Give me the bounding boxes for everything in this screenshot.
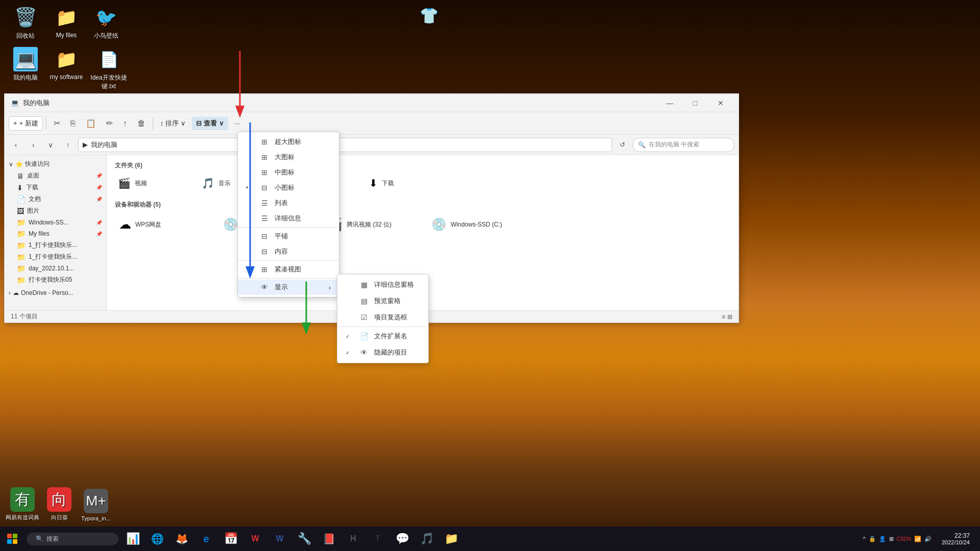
share-icon: ↑ bbox=[123, 119, 127, 128]
taskbar-app-code[interactable]: H bbox=[342, 528, 364, 550]
sidebar-item-windows-ss[interactable]: 📁 Windows-SS... 📌 bbox=[5, 217, 106, 228]
file-item-video[interactable]: 🎬 视频 bbox=[113, 174, 194, 192]
view-option-extra-large[interactable]: ⊞ 超大图标 bbox=[238, 134, 339, 149]
grid-view-icon[interactable]: ⊞ bbox=[727, 313, 732, 320]
desktop-xiangri-icon[interactable]: 向 向日葵 bbox=[44, 487, 75, 521]
forward-button[interactable]: › bbox=[26, 138, 40, 152]
desktop-icon-wallpaper[interactable]: 🐦 小鸟壁纸 bbox=[86, 5, 127, 40]
taskbar-app-chrome[interactable]: 🌐 bbox=[146, 528, 168, 550]
music-folder-label: 音乐 bbox=[218, 179, 231, 188]
taskbar-app-edge[interactable]: e bbox=[195, 528, 217, 550]
submenu-hidden-items[interactable]: ✓ 👁 隐藏的项目 bbox=[337, 344, 428, 361]
taskbar-app-files[interactable]: 📁 bbox=[440, 528, 462, 550]
view-option-large[interactable]: ⊞ 大图标 bbox=[238, 149, 339, 165]
onedrive-header[interactable]: › ☁ OneDrive - Perso... bbox=[5, 288, 106, 298]
file-item-downloads[interactable]: ⬇ 下载 bbox=[364, 174, 446, 192]
view-option-show[interactable]: 👁 显示 › bbox=[238, 280, 339, 295]
desktop-typora-icon[interactable]: M+ Typora_in... bbox=[79, 489, 113, 521]
submenu-file-extensions[interactable]: ✓ 📄 文件扩展名 bbox=[337, 328, 428, 344]
folders-grid: 🎬 视频 🎵 音乐 📄 文档 ⬇ 下载 bbox=[111, 172, 734, 194]
view-option-tiles[interactable]: ⊟ 平铺 bbox=[238, 229, 339, 244]
preview-pane-icon: ▤ bbox=[359, 297, 369, 305]
taskbar-volume-icon[interactable]: 🔊 bbox=[924, 536, 932, 542]
taskbar-app-chart[interactable]: 📊 bbox=[121, 528, 144, 550]
view-option-details[interactable]: ☰ 详细信息 bbox=[238, 211, 339, 226]
submenu-preview-pane[interactable]: ▤ 预览窗格 bbox=[337, 293, 428, 309]
new-button[interactable]: + + 新建 bbox=[9, 116, 43, 131]
sort-button[interactable]: ↕ 排序 ∨ bbox=[156, 117, 190, 130]
view-option-medium[interactable]: ⊞ 中图标 bbox=[238, 165, 339, 180]
copy-button[interactable]: ⎘ bbox=[66, 117, 80, 130]
view-button[interactable]: ⊟ 查看 ∨ bbox=[192, 117, 228, 130]
show-label: 显示 bbox=[275, 283, 288, 292]
view-dropdown-sep1 bbox=[238, 227, 339, 228]
hidden-items-check: ✓ bbox=[346, 350, 354, 356]
desktop-icon-idea-txt[interactable]: 📄 Idea开发快捷键.txt bbox=[86, 47, 132, 91]
taskbar-app-wechat[interactable]: 💬 bbox=[391, 528, 413, 550]
refresh-button[interactable]: ↺ bbox=[615, 138, 629, 152]
more-button[interactable]: ··· bbox=[230, 117, 244, 129]
sidebar-item-folder4[interactable]: 📁 打卡使我快乐05 bbox=[5, 274, 106, 286]
desktop-icon-my-files[interactable]: 📁 My files bbox=[46, 5, 87, 39]
taskbar-app-word[interactable]: W bbox=[268, 528, 291, 550]
desktop-icon-recycle-bin[interactable]: 🗑️ 回收站 bbox=[5, 5, 46, 40]
sidebar-item-folder3[interactable]: 📁 day_2022.10.1... bbox=[5, 263, 106, 274]
view-option-list[interactable]: ☰ 列表 bbox=[238, 195, 339, 211]
maximize-button[interactable]: □ bbox=[683, 95, 707, 111]
up-button[interactable]: ↑ bbox=[61, 138, 75, 152]
search-icon: 🔍 bbox=[638, 141, 646, 148]
details-icon: ☰ bbox=[259, 214, 270, 222]
taskbar-app-music[interactable]: 🎵 bbox=[415, 528, 438, 550]
taskbar-app-calendar[interactable]: 📅 bbox=[219, 528, 242, 550]
minimize-button[interactable]: — bbox=[658, 95, 681, 111]
taskbar-app-typora[interactable]: T bbox=[366, 528, 389, 550]
submenu-item-checkbox[interactable]: ☑ 项目复选框 bbox=[337, 309, 428, 325]
rename-button[interactable]: ✏ bbox=[102, 116, 117, 130]
desktop-icon-my-computer[interactable]: 💻 我的电脑 bbox=[5, 47, 46, 82]
taskbar-search[interactable]: 🔍 搜索 bbox=[27, 533, 118, 545]
sidebar-item-documents[interactable]: 📄 文档 📌 bbox=[5, 193, 106, 205]
taskbar-app-firefox[interactable]: 🦊 bbox=[170, 528, 193, 550]
sidebar-downloads-label: 下载 bbox=[26, 183, 38, 192]
taskbar-clock[interactable]: 22:37 2022/10/24 bbox=[936, 532, 976, 545]
close-button[interactable]: ✕ bbox=[709, 95, 732, 111]
content-icon: ⊟ bbox=[259, 247, 270, 256]
view-chevron: ∨ bbox=[219, 119, 224, 127]
taskbar-app-pdf[interactable]: 📕 bbox=[317, 528, 340, 550]
devices-section-label: 设备和驱动器 (5) bbox=[111, 198, 734, 211]
view-option-small[interactable]: • ⊟ 小图标 bbox=[238, 180, 339, 195]
taskbar-chevron[interactable]: ^ bbox=[863, 536, 865, 542]
cut-button[interactable]: ✂ bbox=[50, 116, 64, 130]
paste-button[interactable]: 📋 bbox=[82, 116, 100, 130]
address-path[interactable]: ▶ 我的电脑 bbox=[78, 138, 612, 152]
sidebar-item-folder2[interactable]: 📁 1_打卡使我快乐... bbox=[5, 251, 106, 263]
recent-button[interactable]: ∨ bbox=[43, 138, 58, 152]
start-button[interactable] bbox=[0, 527, 24, 551]
taskbar-app-tool[interactable]: 🔧 bbox=[293, 528, 315, 550]
desktop-icon-my-software[interactable]: 📁 my software bbox=[46, 47, 87, 81]
explorer-toolbar: + + 新建 ✂ ⎘ 📋 ✏ ↑ 🗑 ↕ bbox=[5, 112, 739, 135]
drive-item-wps[interactable]: ☁ WPS网盘 bbox=[113, 213, 215, 236]
back-button[interactable]: ‹ bbox=[9, 138, 23, 152]
data-drive-icon: 💿 bbox=[223, 217, 238, 232]
drive-item-windows-ssd[interactable]: 💿 Windows-SSD (C:) bbox=[425, 213, 527, 236]
taskbar-app-wps[interactable]: W bbox=[244, 528, 266, 550]
search-box[interactable]: 🔍 在我的电脑 中搜索 bbox=[632, 138, 734, 152]
share-button[interactable]: ↑ bbox=[119, 117, 131, 130]
hidden-items-label: 隐藏的项目 bbox=[374, 348, 407, 357]
desktop-youdao-icon[interactable]: 有 网易有道词典 bbox=[5, 487, 40, 521]
sidebar-item-downloads[interactable]: ⬇ 下载 📌 bbox=[5, 182, 106, 193]
sidebar-item-folder1[interactable]: 📁 1_打卡使我快乐... bbox=[5, 239, 106, 251]
sidebar-item-my-files[interactable]: 📁 My files 📌 bbox=[5, 228, 106, 239]
list-view-icon[interactable]: ≡ bbox=[722, 313, 725, 320]
submenu-details-pane[interactable]: ▦ 详细信息窗格 bbox=[337, 277, 428, 293]
delete-button[interactable]: 🗑 bbox=[133, 117, 150, 130]
desktop-icon-tshirt[interactable]: 👕 bbox=[419, 3, 439, 30]
quick-access-header[interactable]: ∨ ⭐ 快速访问 bbox=[5, 158, 106, 170]
clock-time: 22:37 bbox=[942, 532, 970, 539]
view-option-compact[interactable]: ⊞ 紧凑视图 bbox=[238, 262, 339, 277]
sidebar-item-pictures[interactable]: 🖼 图片 bbox=[5, 205, 106, 217]
sidebar-item-desktop[interactable]: 🖥 桌面 📌 bbox=[5, 170, 106, 182]
view-option-content[interactable]: ⊟ 内容 bbox=[238, 244, 339, 259]
tiles-label: 平铺 bbox=[275, 232, 288, 241]
